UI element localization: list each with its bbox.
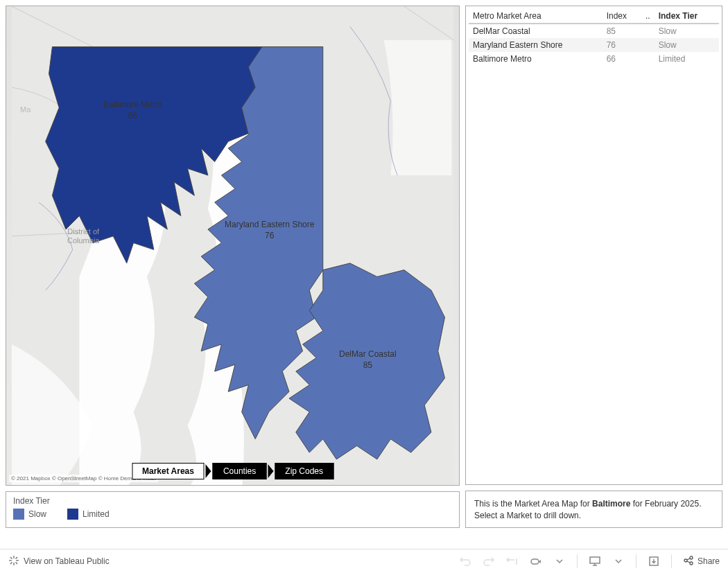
col-blank[interactable]: .. [641, 9, 655, 24]
svg-line-17 [687, 558, 691, 560]
svg-point-14 [684, 559, 687, 562]
col-index[interactable]: Index [603, 9, 641, 24]
legend-item-limited[interactable]: Limited [67, 509, 110, 520]
regions-svg [6, 6, 459, 485]
svg-point-16 [690, 562, 693, 565]
cell-name: DelMar Coastal [469, 24, 603, 38]
redo-icon[interactable] [483, 555, 495, 567]
replay-icon[interactable] [530, 555, 542, 567]
basemap-label-ma: Ma [20, 105, 31, 114]
table-panel: Metro Market Area Index .. Index Tier De… [465, 6, 722, 485]
cell-name: Maryland Eastern Shore [469, 38, 603, 52]
col-index-tier[interactable]: Index Tier [655, 9, 719, 24]
undo-icon[interactable] [459, 555, 471, 567]
revert-icon[interactable] [506, 555, 519, 567]
legend-swatch [13, 509, 24, 520]
cell-index: 66 [603, 52, 641, 66]
svg-line-5 [10, 557, 12, 559]
caption-bold: Baltimore [592, 499, 630, 509]
breadcrumb-market-areas[interactable]: Market Areas [132, 463, 205, 479]
svg-rect-10 [590, 557, 600, 563]
footer-toolbar: View on Tableau Public Share [0, 549, 728, 573]
dropdown-caret-icon[interactable] [553, 555, 566, 567]
legend-item-slow[interactable]: Slow [13, 509, 46, 520]
table-row[interactable]: Maryland Eastern Shore 76 Slow [469, 38, 719, 52]
data-table: Metro Market Area Index .. Index Tier De… [469, 9, 719, 66]
presentation-icon[interactable] [589, 555, 601, 567]
breadcrumb-zip-codes[interactable]: Zip Codes [275, 463, 333, 479]
cell-tier: Slow [655, 24, 719, 38]
svg-point-15 [690, 556, 693, 559]
legend-panel: Index Tier Slow Limited [6, 491, 460, 528]
share-icon [683, 555, 694, 568]
svg-line-8 [10, 562, 12, 564]
cell-blank [641, 52, 655, 66]
tableau-logo-icon [8, 555, 19, 568]
legend-label: Limited [83, 509, 110, 519]
caption-prefix: This is the Market Area Map for [474, 499, 592, 509]
divider [636, 554, 636, 568]
legend-title: Index Tier [13, 496, 452, 506]
caption-panel: This is the Market Area Map for Baltimor… [465, 491, 722, 528]
table-row[interactable]: Baltimore Metro 66 Limited [469, 52, 719, 66]
legend-label: Slow [28, 509, 46, 519]
cell-blank [641, 24, 655, 38]
divider [671, 554, 672, 568]
region-delmar-coastal[interactable] [289, 263, 444, 459]
basemap-label-dc: District ofColumbia [67, 227, 99, 245]
cell-index: 76 [603, 38, 641, 52]
svg-line-7 [16, 557, 18, 559]
chevron-right-icon [206, 464, 211, 478]
map-container[interactable]: District ofColumbia Ma Baltimore Metro 6… [6, 6, 460, 486]
download-icon[interactable] [648, 555, 660, 567]
breadcrumb-counties[interactable]: Counties [213, 463, 266, 479]
dropdown-caret-icon[interactable] [612, 555, 625, 567]
breadcrumb: Market Areas Counties Zip Codes [132, 463, 333, 479]
share-button[interactable]: Share [683, 555, 720, 568]
legend-swatch [67, 509, 78, 520]
svg-rect-9 [531, 559, 539, 564]
view-on-tableau-label: View on Tableau Public [24, 556, 110, 566]
cell-tier: Slow [655, 38, 719, 52]
cell-name: Baltimore Metro [469, 52, 603, 66]
view-on-tableau-link[interactable]: View on Tableau Public [8, 555, 110, 568]
share-label: Share [697, 556, 720, 566]
cell-tier: Limited [655, 52, 719, 66]
chevron-right-icon [268, 464, 273, 478]
svg-line-18 [687, 561, 691, 563]
cell-index: 85 [603, 24, 641, 38]
cell-blank [641, 38, 655, 52]
svg-line-6 [16, 562, 18, 564]
table-row[interactable]: DelMar Coastal 85 Slow [469, 24, 719, 38]
divider [577, 554, 578, 568]
col-metro-market-area[interactable]: Metro Market Area [469, 9, 603, 24]
